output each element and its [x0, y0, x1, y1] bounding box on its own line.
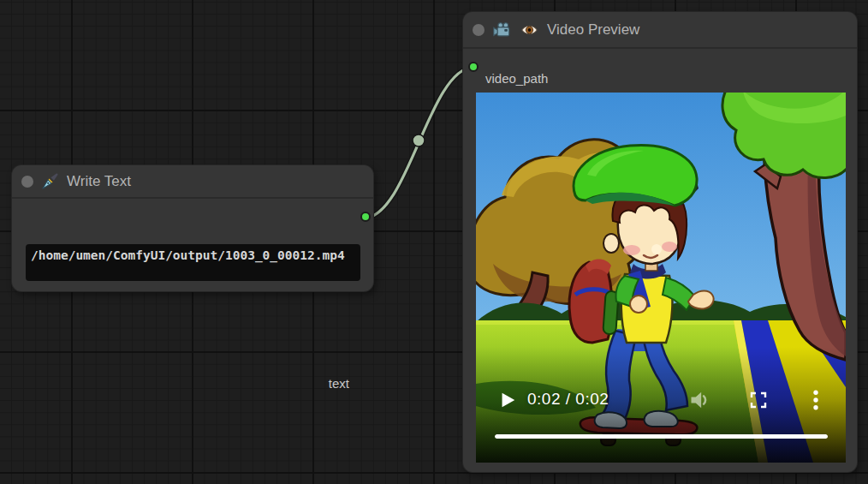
progress-bar[interactable] [495, 434, 828, 439]
node-title: Video Preview [547, 21, 639, 39]
video-controls-bar: 0:02 / 0:02 [476, 347, 846, 463]
mute-button[interactable] [688, 388, 712, 412]
node-video-preview-header[interactable]: Video Preview [463, 12, 857, 49]
progress-bar-fill [495, 434, 828, 439]
output-slot-label-text: text [329, 376, 349, 391]
input-slot-dot-video-path[interactable] [468, 62, 479, 72]
link-midpoint-dot [413, 134, 425, 146]
node-title: Write Text [67, 173, 131, 190]
overflow-menu-button[interactable] [810, 388, 822, 412]
fullscreen-button[interactable] [748, 390, 769, 410]
video-player[interactable]: 0:02 / 0:02 [476, 93, 846, 463]
movie-camera-icon [492, 21, 512, 39]
node-editor-canvas[interactable]: Write Text text /home/umen/ComfyUI/outpu… [0, 0, 868, 484]
node-write-text-header[interactable]: Write Text [12, 165, 373, 199]
node-write-text[interactable]: Write Text text /home/umen/ComfyUI/outpu… [12, 165, 373, 291]
input-slot-label-video-path: video_path [485, 71, 548, 86]
play-button[interactable] [498, 390, 517, 410]
text-widget-input[interactable]: /home/umen/ComfyUI/output/1003_0_00012.m… [26, 244, 360, 281]
collapse-toggle-icon[interactable] [21, 176, 33, 188]
node-video-preview[interactable]: Video Preview video_path [463, 12, 857, 472]
pen-nib-icon [41, 172, 59, 190]
output-slot-dot-text[interactable] [360, 212, 371, 222]
time-display: 0:02 / 0:02 [527, 390, 609, 409]
collapse-toggle-icon[interactable] [473, 24, 485, 36]
eye-icon [520, 21, 539, 39]
